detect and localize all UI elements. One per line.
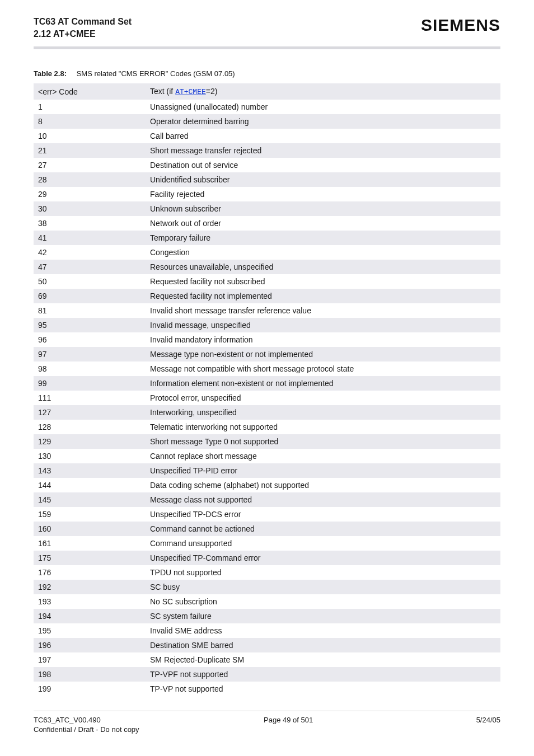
table-row: 196Destination SME barred bbox=[34, 638, 500, 652]
table-row: 95Invalid message, unspecified bbox=[34, 318, 500, 332]
table-row: 10Call barred bbox=[34, 129, 500, 143]
table-row: 161Command unsupported bbox=[34, 536, 500, 551]
cell-text: Requested facility not implemented bbox=[146, 289, 500, 303]
table-row: 27Destination out of service bbox=[34, 158, 500, 172]
cell-code: 127 bbox=[34, 405, 146, 420]
table-row: 111Protocol error, unspecified bbox=[34, 391, 500, 405]
cell-text: Invalid mandatory information bbox=[146, 332, 500, 347]
table-row: 128Telematic interworking not supported bbox=[34, 420, 500, 434]
table-row: 194SC system failure bbox=[34, 609, 500, 623]
cell-code: 30 bbox=[34, 201, 146, 216]
cell-code: 129 bbox=[34, 434, 146, 449]
table-row: 97Message type non-existent or not imple… bbox=[34, 347, 500, 361]
cell-text: TP-VPF not supported bbox=[146, 667, 500, 682]
cell-text: No SC subscription bbox=[146, 594, 500, 609]
table-row: 175Unspecified TP-Command error bbox=[34, 551, 500, 565]
cell-code: 8 bbox=[34, 114, 146, 129]
doc-title-line1: TC63 AT Command Set bbox=[34, 16, 132, 28]
cell-code: 159 bbox=[34, 507, 146, 522]
cell-text: Temporary failure bbox=[146, 231, 500, 245]
table-row: 41Temporary failure bbox=[34, 231, 500, 245]
cell-code: 197 bbox=[34, 652, 146, 667]
table-row: 99Information element non-existent or no… bbox=[34, 376, 500, 391]
cell-text: Unknown subscriber bbox=[146, 201, 500, 216]
cell-code: 111 bbox=[34, 391, 146, 405]
cell-code: 192 bbox=[34, 580, 146, 594]
table-row: 98Message not compatible with short mess… bbox=[34, 361, 500, 376]
cell-code: 38 bbox=[34, 216, 146, 231]
cell-text: TP-VP not supported bbox=[146, 682, 500, 696]
footer-right: 5/24/05 bbox=[476, 716, 500, 724]
cell-code: 96 bbox=[34, 332, 146, 347]
table-row: 47Resources unavailable, unspecified bbox=[34, 260, 500, 274]
table-row: 143Unspecified TP-PID error bbox=[34, 463, 500, 478]
table-row: 38Network out of order bbox=[34, 216, 500, 231]
cell-text: Message class not supported bbox=[146, 492, 500, 507]
table-row: 1Unassigned (unallocated) number bbox=[34, 100, 500, 114]
cell-code: 193 bbox=[34, 594, 146, 609]
cell-text: Invalid message, unspecified bbox=[146, 318, 500, 332]
table-caption: Table 2.8: SMS related "CMS ERROR" Codes… bbox=[34, 69, 500, 78]
col-header-text-suffix: =2) bbox=[206, 87, 218, 96]
page: TC63 AT Command Set 2.12 AT+CMEE SIEMENS… bbox=[0, 0, 534, 756]
cell-text: Unspecified TP-DCS error bbox=[146, 507, 500, 522]
cell-text: SM Rejected-Duplicate SM bbox=[146, 652, 500, 667]
cell-text: Unidentified subscriber bbox=[146, 172, 500, 187]
cell-code: 143 bbox=[34, 463, 146, 478]
error-codes-table: <err> Code Text (if AT+CMEE=2) 1Unassign… bbox=[34, 83, 500, 696]
cell-code: 128 bbox=[34, 420, 146, 434]
cell-code: 50 bbox=[34, 274, 146, 289]
cell-text: Network out of order bbox=[146, 216, 500, 231]
cell-code: 161 bbox=[34, 536, 146, 551]
cell-text: Cannot replace short message bbox=[146, 449, 500, 463]
cell-code: 196 bbox=[34, 638, 146, 652]
table-row: 96Invalid mandatory information bbox=[34, 332, 500, 347]
table-row: 176TPDU not supported bbox=[34, 565, 500, 580]
cell-text: Protocol error, unspecified bbox=[146, 391, 500, 405]
table-row: 81Invalid short message transfer referen… bbox=[34, 303, 500, 318]
cell-code: 97 bbox=[34, 347, 146, 361]
table-header-row: <err> Code Text (if AT+CMEE=2) bbox=[34, 83, 500, 100]
table-row: 130Cannot replace short message bbox=[34, 449, 500, 463]
table-row: 30Unknown subscriber bbox=[34, 201, 500, 216]
page-footer: TC63_ATC_V00.490 Page 49 of 501 5/24/05 bbox=[34, 711, 500, 725]
cell-text: Command unsupported bbox=[146, 536, 500, 551]
cell-code: 99 bbox=[34, 376, 146, 391]
cell-text: Operator determined barring bbox=[146, 114, 500, 129]
cell-code: 28 bbox=[34, 172, 146, 187]
footer-center: Page 49 of 501 bbox=[101, 716, 476, 724]
table-row: 28Unidentified subscriber bbox=[34, 172, 500, 187]
cell-text: Call barred bbox=[146, 129, 500, 143]
cell-code: 194 bbox=[34, 609, 146, 623]
cell-code: 1 bbox=[34, 100, 146, 114]
cell-code: 195 bbox=[34, 623, 146, 638]
cell-code: 160 bbox=[34, 522, 146, 536]
table-row: 159Unspecified TP-DCS error bbox=[34, 507, 500, 522]
cell-code: 10 bbox=[34, 129, 146, 143]
cell-text: Congestion bbox=[146, 245, 500, 260]
at-cmee-link[interactable]: AT+CMEE bbox=[175, 88, 206, 96]
cell-text: Unassigned (unallocated) number bbox=[146, 100, 500, 114]
table-row: 69Requested facility not implemented bbox=[34, 289, 500, 303]
cell-text: Short message Type 0 not supported bbox=[146, 434, 500, 449]
cell-code: 21 bbox=[34, 143, 146, 158]
table-row: 21Short message transfer rejected bbox=[34, 143, 500, 158]
cell-text: Interworking, unspecified bbox=[146, 405, 500, 420]
cell-code: 199 bbox=[34, 682, 146, 696]
footer-left: TC63_ATC_V00.490 bbox=[34, 716, 101, 724]
cell-text: Message type non-existent or not impleme… bbox=[146, 347, 500, 361]
cell-text: Requested facility not subscribed bbox=[146, 274, 500, 289]
table-row: 29Facility rejected bbox=[34, 187, 500, 201]
table-row: 129Short message Type 0 not supported bbox=[34, 434, 500, 449]
cell-text: Unspecified TP-Command error bbox=[146, 551, 500, 565]
table-row: 195Invalid SME address bbox=[34, 623, 500, 638]
header-title-block: TC63 AT Command Set 2.12 AT+CMEE bbox=[34, 16, 132, 40]
cell-code: 130 bbox=[34, 449, 146, 463]
cell-code: 144 bbox=[34, 478, 146, 492]
cell-code: 29 bbox=[34, 187, 146, 201]
cell-text: Short message transfer rejected bbox=[146, 143, 500, 158]
cell-code: 42 bbox=[34, 245, 146, 260]
cell-text: Invalid short message transfer reference… bbox=[146, 303, 500, 318]
cell-text: TPDU not supported bbox=[146, 565, 500, 580]
table-row: 199TP-VP not supported bbox=[34, 682, 500, 696]
